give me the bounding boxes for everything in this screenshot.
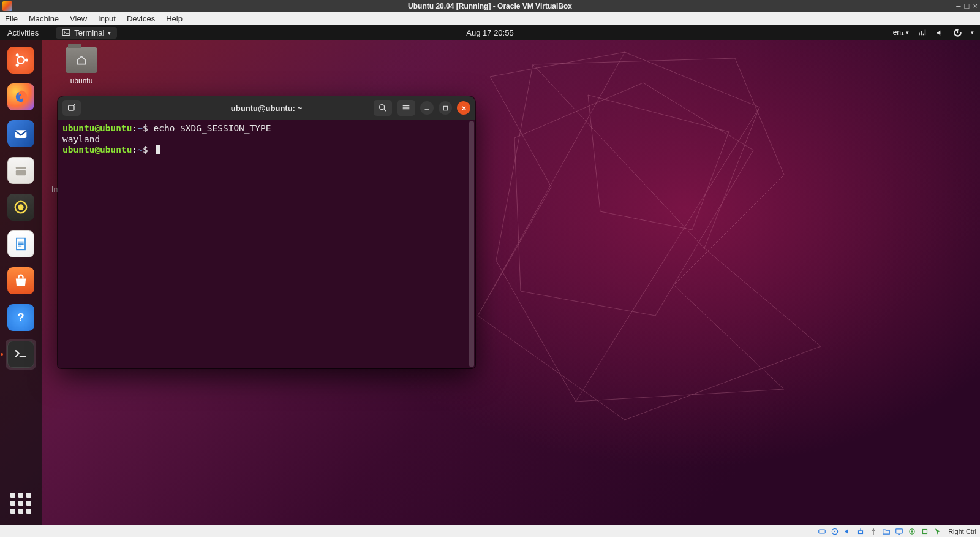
svg-rect-13: [69, 105, 74, 110]
show-applications-button[interactable]: [7, 490, 34, 517]
dock-item-terminal[interactable]: [6, 339, 36, 370]
firefox-icon: [7, 83, 34, 110]
files-icon: [7, 157, 34, 184]
virtualbox-menu-view[interactable]: View: [70, 14, 87, 23]
thunderbird-icon: [7, 120, 34, 147]
virtualbox-minimize-button[interactable]: –: [956, 1, 960, 10]
window-maximize-button[interactable]: [439, 101, 452, 115]
appmenu-label: Terminal: [74, 28, 104, 37]
virtualbox-menu-input[interactable]: Input: [98, 14, 116, 23]
desktop-folder-label: ubuntu: [59, 77, 104, 85]
vb-hard-disk-icon[interactable]: [817, 527, 826, 536]
terminal-line: ubuntu@ubuntu:~$: [62, 145, 470, 156]
prompt-dollar: $: [143, 123, 148, 133]
vb-audio-icon[interactable]: [843, 527, 852, 536]
terminal-headerbar[interactable]: ubuntu@ubuntu: ~: [58, 96, 475, 120]
virtualbox-statusbar: Right Ctrl: [0, 525, 980, 537]
svg-rect-16: [818, 530, 825, 533]
window-close-button[interactable]: [457, 101, 470, 115]
svg-rect-19: [858, 530, 862, 533]
virtualbox-menu-machine[interactable]: Machine: [29, 14, 59, 23]
window-minimize-button[interactable]: [420, 101, 434, 115]
new-tab-button[interactable]: [62, 100, 81, 116]
terminal-window[interactable]: ubuntu@ubuntu: ~ ubuntu@ubuntu:~$ echo $…: [58, 96, 475, 368]
svg-point-22: [911, 530, 913, 533]
vb-optical-disk-icon[interactable]: [830, 527, 839, 536]
terminal-search-button[interactable]: [374, 100, 392, 116]
desktop[interactable]: ? ubuntu In ubuntu@ubuntu: ~: [0, 40, 980, 525]
dock-item-firefox[interactable]: [6, 82, 36, 112]
dock-item-help[interactable]: ?: [6, 302, 36, 333]
vb-shared-folders-icon[interactable]: [881, 527, 891, 536]
clock[interactable]: Aug 17 20:55: [466, 28, 513, 37]
svg-rect-20: [895, 528, 902, 533]
vb-recording-icon[interactable]: [907, 527, 916, 536]
help-icon: ?: [7, 304, 34, 331]
vb-cpu-icon[interactable]: [920, 527, 929, 536]
chevron-down-icon: ▾: [906, 29, 909, 36]
vb-display-icon[interactable]: [894, 527, 903, 536]
ubuntu-logo-icon: [7, 47, 34, 74]
terminal-menu-button[interactable]: [397, 100, 415, 116]
terminal-cursor: [156, 145, 160, 154]
activities-button[interactable]: Activities: [7, 28, 39, 37]
prompt-dollar: $: [143, 145, 148, 154]
virtualbox-menu-devices[interactable]: Devices: [127, 14, 155, 23]
virtualbox-maximize-button[interactable]: □: [965, 1, 970, 10]
terminal-title: ubuntu@ubuntu: ~: [231, 104, 302, 113]
virtualbox-icon: [2, 1, 12, 11]
prompt-path: ~: [137, 123, 143, 133]
dock-item-libreoffice-writer[interactable]: [6, 229, 36, 259]
gnome-topbar: Activities Terminal ▾ Aug 17 20:55 en₁ ▾…: [0, 25, 980, 40]
chevron-down-icon: ▾: [108, 29, 111, 36]
svg-rect-23: [922, 529, 927, 533]
prompt-user: ubuntu@ubuntu: [62, 123, 132, 133]
prompt-user: ubuntu@ubuntu: [62, 145, 132, 154]
svg-point-18: [834, 530, 835, 531]
desktop-folder-home[interactable]: ubuntu: [59, 47, 104, 85]
volume-icon: [935, 28, 944, 37]
vb-usb-icon[interactable]: [869, 527, 878, 536]
terminal-command-text: echo $XDG_SESSION_TYPE: [153, 123, 271, 133]
dock-item-files[interactable]: [6, 155, 36, 186]
dock-item-ubuntu-software[interactable]: [6, 265, 36, 296]
network-icon: [918, 28, 927, 37]
virtualbox-titlebar: Ubuntu 20.04 [Running] - Oracle VM Virtu…: [0, 0, 980, 12]
wallpaper-artwork: [441, 40, 968, 469]
vb-network-icon[interactable]: [856, 527, 865, 536]
virtualbox-menu-file[interactable]: File: [5, 14, 18, 23]
svg-point-4: [16, 64, 19, 67]
svg-point-2: [25, 58, 28, 61]
dock-item-rhythmbox[interactable]: [6, 192, 36, 223]
prompt-path: ~: [137, 145, 143, 154]
software-store-icon: [7, 267, 34, 294]
terminal-line: ubuntu@ubuntu:~$ echo $XDG_SESSION_TYPE: [62, 123, 470, 134]
input-source-indicator[interactable]: en₁ ▾: [893, 28, 909, 37]
writer-icon: [7, 230, 34, 257]
svg-point-1: [17, 56, 24, 64]
terminal-content[interactable]: ubuntu@ubuntu:~$ echo $XDG_SESSION_TYPE …: [58, 120, 475, 368]
virtualbox-title: Ubuntu 20.04 [Running] - Oracle VM Virtu…: [408, 2, 572, 10]
svg-rect-0: [62, 29, 70, 35]
speaker-icon: [7, 194, 34, 221]
svg-rect-8: [16, 170, 26, 175]
appmenu-button[interactable]: Terminal ▾: [56, 27, 117, 39]
folder-icon: [66, 47, 97, 73]
system-status-area[interactable]: en₁ ▾ ▾: [893, 28, 974, 37]
dock-item-show-applications-top[interactable]: [6, 45, 36, 75]
vb-host-key-label: Right Ctrl: [948, 528, 976, 535]
terminal-output: wayland: [62, 134, 470, 145]
dock-item-thunderbird[interactable]: [6, 118, 36, 149]
vb-mouse-integration-icon[interactable]: [933, 527, 942, 536]
terminal-scrollbar[interactable]: [469, 121, 474, 367]
terminal-icon: [7, 341, 34, 368]
prompt-sep: :: [132, 123, 138, 133]
svg-rect-15: [443, 106, 447, 110]
virtualbox-close-button[interactable]: ×: [973, 1, 978, 10]
dock: ?: [0, 40, 42, 525]
svg-point-10: [18, 204, 23, 210]
virtualbox-menu-help[interactable]: Help: [166, 14, 183, 23]
prompt-sep: :: [132, 145, 138, 154]
chevron-down-icon: ▾: [971, 29, 974, 36]
power-icon: [953, 28, 962, 37]
